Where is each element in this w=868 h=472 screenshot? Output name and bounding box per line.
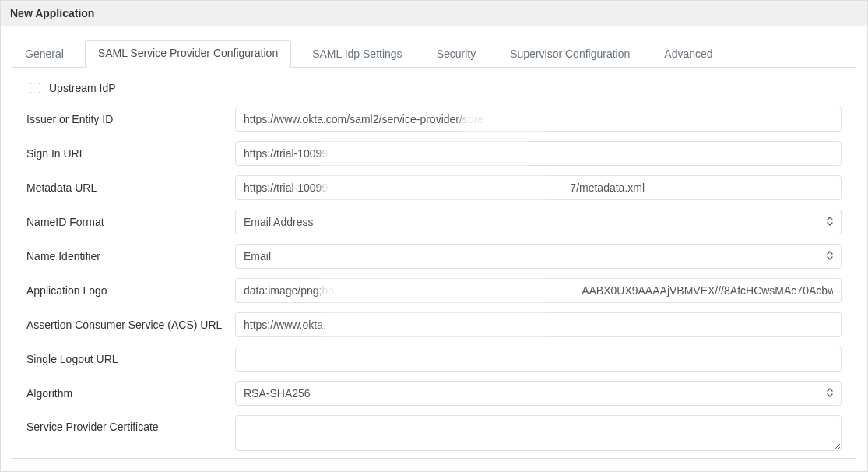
issuer-label: Issuer or Entity ID: [26, 113, 235, 125]
signin-label: Sign In URL: [26, 147, 235, 160]
signin-input[interactable]: [235, 141, 842, 166]
upstream-idp-row: Upstream IdP: [26, 80, 842, 96]
tab-supervisor-config[interactable]: Supervisor Configuration: [497, 41, 643, 68]
acs-row: Assertion Consumer Service (ACS) URL: [26, 312, 842, 337]
algorithm-select[interactable]: RSA-SHA256: [235, 381, 842, 406]
tab-advanced[interactable]: Advanced: [651, 41, 726, 68]
name-identifier-label: Name Identifier: [26, 250, 235, 262]
tabs-bar: General SAML Service Provider Configurat…: [12, 26, 856, 68]
app-logo-row: Application Logo: [26, 278, 842, 303]
sp-cert-textarea[interactable]: [235, 415, 842, 451]
acs-input[interactable]: [235, 312, 842, 337]
metadata-row: Metadata URL: [26, 175, 842, 200]
tab-saml-idp-settings[interactable]: SAML Idp Settings: [299, 41, 415, 68]
slo-label: Single Logout URL: [26, 353, 235, 365]
name-identifier-value: Email: [244, 250, 271, 262]
slo-row: Single Logout URL: [26, 347, 842, 372]
sp-cert-label: Service Provider Certificate: [26, 415, 235, 433]
bottom-fade: [12, 450, 856, 458]
tab-security[interactable]: Security: [423, 41, 490, 68]
slo-input[interactable]: [235, 347, 842, 372]
name-identifier-select[interactable]: Email: [235, 244, 842, 269]
window-body: General SAML Service Provider Configurat…: [1, 26, 867, 470]
updown-icon: [827, 251, 833, 262]
app-logo-label: Application Logo: [26, 284, 235, 297]
updown-icon: [827, 388, 833, 399]
tab-content-saml-sp: Upstream IdP Issuer or Entity ID Sign In…: [12, 68, 856, 459]
algorithm-row: Algorithm RSA-SHA256: [26, 381, 842, 406]
nameid-format-label: NameID Format: [26, 216, 235, 228]
issuer-row: Issuer or Entity ID: [26, 107, 842, 132]
sp-cert-row: Service Provider Certificate: [26, 415, 842, 453]
issuer-input[interactable]: [235, 107, 842, 132]
metadata-input[interactable]: [235, 175, 842, 200]
updown-icon: [827, 217, 833, 227]
acs-label: Assertion Consumer Service (ACS) URL: [26, 319, 235, 331]
metadata-label: Metadata URL: [26, 181, 235, 194]
nameid-format-row: NameID Format Email Address: [26, 210, 842, 234]
tab-general[interactable]: General: [12, 41, 77, 68]
nameid-format-select[interactable]: Email Address: [235, 210, 842, 234]
nameid-format-value: Email Address: [244, 216, 313, 228]
name-identifier-row: Name Identifier Email: [26, 244, 842, 269]
signin-row: Sign In URL: [26, 141, 842, 166]
new-application-window: New Application General SAML Service Pro…: [0, 0, 868, 472]
upstream-idp-checkbox[interactable]: [30, 83, 40, 93]
tab-saml-sp-config[interactable]: SAML Service Provider Configuration: [85, 40, 291, 68]
algorithm-label: Algorithm: [26, 387, 235, 400]
window-title: New Application: [1, 1, 867, 26]
algorithm-value: RSA-SHA256: [244, 387, 311, 400]
upstream-idp-label: Upstream IdP: [49, 82, 116, 94]
app-logo-input[interactable]: [235, 278, 842, 303]
